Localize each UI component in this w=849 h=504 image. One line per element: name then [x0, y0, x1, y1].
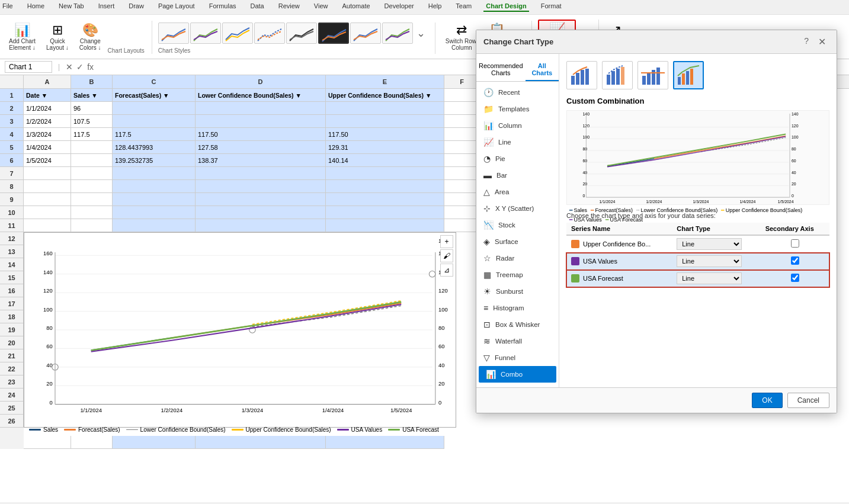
- cell-d6[interactable]: 138.37: [196, 154, 326, 167]
- tab-all-charts[interactable]: All Charts: [526, 59, 559, 81]
- series-secondary-axis-upper-confidence[interactable]: [791, 239, 799, 248]
- menu-review[interactable]: Review: [276, 1, 302, 12]
- row-num-4[interactable]: 4: [0, 128, 24, 141]
- combo-type-custom[interactable]: [673, 61, 704, 89]
- formula-cancel-icon[interactable]: ✕: [66, 62, 73, 72]
- chart-style-6[interactable]: [318, 23, 349, 44]
- row-num-11[interactable]: 11: [0, 219, 24, 232]
- cell-b7[interactable]: [71, 167, 113, 180]
- chart-style-3[interactable]: [222, 23, 253, 44]
- nav-item-pie[interactable]: ◔ Pie: [476, 150, 559, 167]
- cell-d5[interactable]: 127.58: [196, 141, 326, 154]
- cell-b4[interactable]: 117.5: [71, 128, 113, 141]
- menu-draw[interactable]: Draw: [126, 1, 146, 12]
- col-header-b[interactable]: B: [71, 75, 113, 88]
- nav-item-templates[interactable]: 📁 Templates: [476, 101, 559, 117]
- nav-item-bar[interactable]: ▬ Bar: [476, 167, 559, 184]
- cell-a5[interactable]: 1/4/2024: [24, 141, 71, 154]
- nav-item-recent[interactable]: 🕐 Recent: [476, 84, 559, 101]
- cell-e1[interactable]: Upper Confidence Bound(Sales) ▼: [326, 89, 444, 102]
- chart-style-8[interactable]: [382, 23, 413, 44]
- embedded-chart[interactable]: 0 20 40 60 80 100 120 140 160 0: [24, 232, 456, 428]
- cell-e2[interactable]: [326, 102, 444, 115]
- row-num-21[interactable]: 21: [0, 349, 24, 362]
- nav-item-line[interactable]: 📈 Line: [476, 134, 559, 150]
- series-secondary-axis-usa-values[interactable]: [791, 256, 799, 265]
- cell-c2[interactable]: [113, 102, 196, 115]
- cell-f6[interactable]: [444, 154, 480, 167]
- row-num-23[interactable]: 23: [0, 375, 24, 389]
- cell-b5[interactable]: [71, 141, 113, 154]
- cell-d1[interactable]: Lower Confidence Bound(Sales) ▼: [196, 89, 326, 102]
- cell-a7[interactable]: [24, 167, 71, 180]
- cell-f4[interactable]: [444, 128, 480, 141]
- menu-developer[interactable]: Developer: [382, 1, 417, 12]
- col-header-c[interactable]: C: [113, 75, 196, 88]
- chart-style-7[interactable]: [350, 23, 381, 44]
- chart-style-5[interactable]: [286, 23, 317, 44]
- nav-item-area[interactable]: △ Area: [476, 184, 559, 200]
- chart-brush-button[interactable]: 🖌: [440, 249, 453, 262]
- menu-page-layout[interactable]: Page Layout: [156, 1, 197, 12]
- cell-a6[interactable]: 1/5/2024: [24, 154, 71, 167]
- cell-f3[interactable]: [444, 115, 480, 128]
- dialog-help-button[interactable]: ?: [800, 35, 812, 49]
- row-num-7[interactable]: 7: [0, 167, 24, 180]
- chart-plus-button[interactable]: +: [440, 235, 453, 248]
- cell-e6[interactable]: 140.14: [326, 154, 444, 167]
- row-num-25[interactable]: 25: [0, 402, 24, 415]
- series-chart-type-upper-confidence[interactable]: Line Column Bar Area: [677, 238, 742, 250]
- row-num-19[interactable]: 19: [0, 323, 24, 336]
- nav-item-sunburst[interactable]: ☀ Sunburst: [476, 283, 559, 300]
- menu-format[interactable]: Format: [539, 1, 564, 12]
- menu-team[interactable]: Team: [453, 1, 474, 12]
- cell-f1[interactable]: [444, 89, 480, 102]
- cell-f2[interactable]: [444, 102, 480, 115]
- menu-view[interactable]: View: [312, 1, 331, 12]
- cell-c7[interactable]: [113, 167, 196, 180]
- menu-formulas[interactable]: Formulas: [207, 1, 239, 12]
- cell-a4[interactable]: 1/3/2024: [24, 128, 71, 141]
- row-num-26[interactable]: 26: [0, 415, 24, 428]
- nav-item-combo[interactable]: 📊 Combo: [479, 366, 556, 383]
- cell-a8[interactable]: [24, 180, 71, 193]
- dialog-ok-button[interactable]: OK: [752, 393, 782, 408]
- cell-d4[interactable]: 117.50: [196, 128, 326, 141]
- chart-style-4[interactable]: [254, 23, 285, 44]
- row-num-14[interactable]: 14: [0, 258, 24, 271]
- chart-style-1[interactable]: [158, 23, 189, 44]
- row-num-2[interactable]: 2: [0, 102, 24, 115]
- cell-e3[interactable]: [326, 115, 444, 128]
- cell-c1[interactable]: Forecast(Sales) ▼: [113, 89, 196, 102]
- menu-chart-design[interactable]: Chart Design: [483, 1, 528, 12]
- cell-d2[interactable]: [196, 102, 326, 115]
- row-num-10[interactable]: 10: [0, 206, 24, 219]
- nav-item-funnel[interactable]: ▽ Funnel: [476, 349, 559, 366]
- cell-b3[interactable]: 107.5: [71, 115, 113, 128]
- cell-e4[interactable]: 117.50: [326, 128, 444, 141]
- cell-a2[interactable]: 1/1/2024: [24, 102, 71, 115]
- row-num-6[interactable]: 6: [0, 154, 24, 167]
- formula-confirm-icon[interactable]: ✓: [76, 62, 84, 72]
- combo-type-2[interactable]: [602, 61, 633, 89]
- col-header-f[interactable]: F: [444, 75, 480, 88]
- menu-file[interactable]: File: [0, 1, 15, 12]
- cell-d3[interactable]: [196, 115, 326, 128]
- series-chart-type-usa-forecast[interactable]: Line Column Bar Area: [677, 272, 742, 284]
- cell-f5[interactable]: [444, 141, 480, 154]
- col-header-d[interactable]: D: [196, 75, 326, 88]
- menu-insert[interactable]: Insert: [96, 1, 117, 12]
- cell-b6[interactable]: [71, 154, 113, 167]
- row-num-13[interactable]: 13: [0, 245, 24, 258]
- quick-layout-button[interactable]: ⊞ QuickLayout ↓: [42, 21, 73, 54]
- cell-f7[interactable]: [444, 167, 480, 180]
- row-num-1[interactable]: 1: [0, 89, 24, 102]
- cell-d7[interactable]: [196, 167, 326, 180]
- add-chart-element-button[interactable]: 📊 Add ChartElement ↓: [5, 21, 40, 54]
- formula-fx-icon[interactable]: fx: [87, 62, 94, 72]
- menu-new-tab[interactable]: New Tab: [56, 1, 86, 12]
- nav-item-box-whisker[interactable]: ⊡ Box & Whisker: [476, 316, 559, 333]
- nav-item-xy-scatter[interactable]: ⊹ X Y (Scatter): [476, 200, 559, 217]
- cell-c6[interactable]: 139.2532735: [113, 154, 196, 167]
- row-num-15[interactable]: 15: [0, 271, 24, 284]
